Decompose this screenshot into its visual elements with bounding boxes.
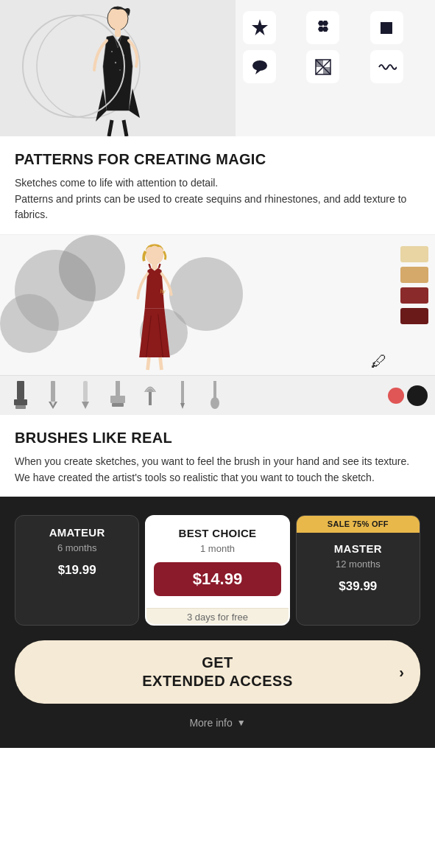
svg-marker-10 [252, 19, 268, 35]
svg-rect-38 [83, 381, 88, 402]
svg-rect-34 [15, 405, 26, 409]
fashion-sketch-area [0, 0, 236, 136]
brush-tools-row [0, 375, 435, 415]
get-extended-access-button[interactable]: GET EXTENDED ACCESS › [15, 640, 420, 704]
brush-icon-pattern [306, 50, 339, 83]
svg-rect-44 [181, 381, 184, 403]
svg-rect-40 [116, 381, 120, 396]
sale-badge: SALE 75% OFF [296, 515, 420, 533]
best-choice-card[interactable]: BEST CHOICE 1 month $14.99 3 days for fr… [145, 515, 289, 626]
brush-tool-round [202, 381, 228, 410]
amateur-duration: 6 months [57, 542, 96, 553]
amateur-card-inner: AMATEUR 6 months $19.99 [15, 516, 138, 625]
swatch-beige [400, 246, 428, 262]
brush-tool-pencil-2 [72, 381, 99, 410]
best-choice-price-block: $14.99 [154, 562, 280, 596]
master-price: $39.99 [339, 579, 377, 594]
pricing-cards: AMATEUR 6 months $19.99 BEST CHOICE 1 mo… [15, 515, 420, 626]
amateur-card[interactable]: AMATEUR 6 months $19.99 [15, 515, 139, 626]
best-choice-price: $14.99 [193, 570, 242, 588]
master-duration: 12 months [336, 559, 381, 570]
brushes-panel [236, 0, 435, 136]
svg-marker-39 [82, 402, 89, 409]
best-choice-card-inner: BEST CHOICE 1 month $14.99 [146, 517, 288, 608]
svg-marker-45 [180, 403, 185, 409]
color-dot-red [388, 388, 404, 404]
master-plan-name: MASTER [334, 542, 382, 555]
svg-rect-3 [115, 28, 121, 37]
brushes-title: BRUSHES LIKE REAL [15, 430, 420, 447]
cta-arrow-icon: › [399, 664, 404, 681]
svg-rect-43 [149, 392, 152, 405]
svg-text:hy: hy [160, 288, 166, 295]
brush-icon-star [243, 11, 276, 44]
patterns-title: PATTERNS FOR CREATING MAGIC [15, 151, 420, 168]
amateur-plan-name: AMATEUR [49, 526, 105, 539]
dress-figure-area: hy [96, 235, 213, 375]
brush-icon-hexagons [306, 11, 339, 44]
svg-rect-42 [112, 403, 124, 407]
svg-rect-32 [17, 381, 24, 399]
swatch-dark-red [400, 308, 428, 324]
brush-icon-square [370, 11, 403, 44]
svg-line-29 [148, 357, 149, 370]
svg-rect-24 [152, 263, 158, 270]
svg-rect-41 [110, 396, 125, 403]
brush-tool-pencil-1 [40, 381, 66, 410]
svg-point-16 [252, 60, 267, 71]
best-choice-trial: 3 days for free [146, 608, 288, 624]
brushes-demo-section: hy 🖊 [0, 234, 435, 415]
sketch-circle [22, 15, 125, 118]
brush-icon-speech-bubble [243, 50, 276, 83]
best-choice-duration: 1 month [200, 543, 235, 554]
brush-tool-fan [137, 381, 163, 410]
amateur-price: $19.99 [58, 563, 96, 578]
dress-figure: hy [110, 239, 199, 371]
color-dot-black [407, 385, 428, 406]
svg-marker-14 [322, 27, 328, 32]
svg-line-30 [160, 357, 162, 370]
brush-tool-wide [105, 381, 131, 410]
brush-canvas-area: hy 🖊 [0, 235, 395, 375]
eyedropper-icon: 🖊 [371, 352, 387, 371]
cta-text: GET EXTENDED ACCESS [142, 654, 293, 690]
pricing-section: AMATEUR 6 months $19.99 BEST CHOICE 1 mo… [0, 497, 435, 748]
brushes-text-section: BRUSHES LIKE REAL When you create sketch… [0, 415, 435, 497]
svg-rect-35 [51, 381, 55, 402]
svg-marker-17 [255, 70, 261, 74]
more-info-text: More info [189, 717, 232, 729]
more-info-arrow-icon: ▼ [237, 718, 246, 728]
patterns-text-section: PATTERNS FOR CREATING MAGIC Sketches com… [0, 136, 435, 234]
more-info-row[interactable]: More info ▼ [15, 714, 420, 733]
blob-2 [0, 294, 59, 353]
svg-rect-15 [381, 22, 392, 34]
svg-rect-21 [316, 60, 323, 67]
best-choice-badge: BEST CHOICE [179, 527, 257, 539]
color-swatches-panel [395, 235, 435, 375]
svg-line-26 [159, 264, 160, 268]
brush-tool-detail [169, 381, 196, 410]
master-card[interactable]: SALE 75% OFF MASTER 12 months $39.99 [296, 515, 420, 626]
svg-line-25 [149, 264, 150, 268]
svg-rect-33 [14, 399, 27, 405]
svg-rect-22 [323, 67, 330, 74]
brushes-description: When you create sketches, you want to fe… [15, 454, 420, 486]
patterns-description: Sketches come to life with attention to … [15, 175, 420, 223]
top-image-section [0, 0, 435, 136]
swatch-tan [400, 267, 428, 283]
svg-point-47 [211, 397, 219, 409]
brushes-demo-inner: hy 🖊 [0, 235, 435, 375]
swatch-red [400, 287, 428, 304]
svg-marker-12 [322, 21, 328, 26]
brush-tool-flat [7, 381, 34, 410]
brush-icon-wave [370, 50, 403, 83]
